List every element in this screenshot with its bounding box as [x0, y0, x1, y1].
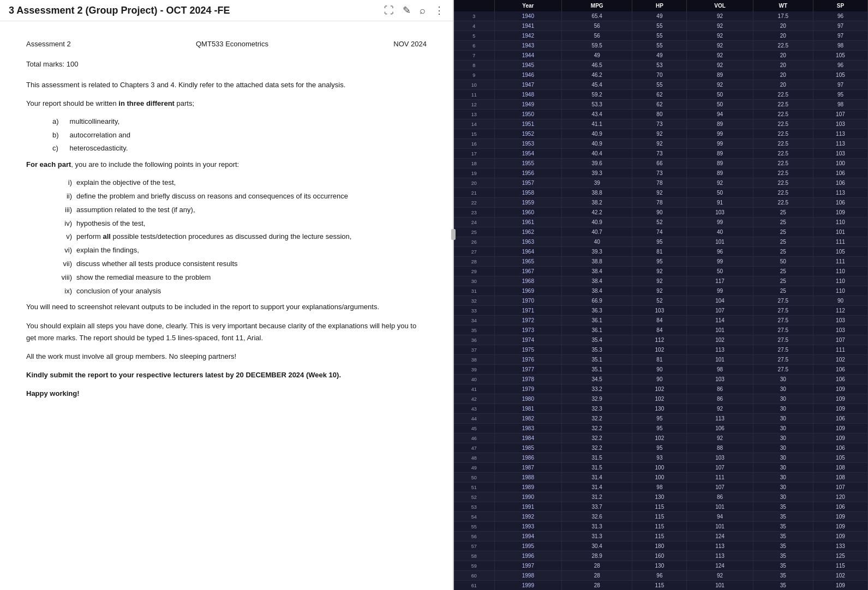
row-num: 35 [454, 326, 494, 335]
cell-value: 22.5 [753, 100, 813, 110]
table-row: 54199232.61159435109 [454, 512, 868, 522]
row-num: 54 [454, 512, 494, 522]
cell-value: 43.4 [562, 110, 632, 119]
cell-value: 22.5 [753, 168, 813, 178]
cell-year: 1970 [494, 296, 561, 306]
cell-year: 1981 [494, 404, 561, 414]
table-row: 8194546.553922096 [454, 61, 868, 70]
cell-value: 35 [753, 571, 813, 581]
cell-year: 1950 [494, 110, 561, 119]
meta-course: QMT533 Econometrics [196, 39, 268, 50]
row-num: 13 [454, 110, 494, 119]
cell-value: 27.5 [753, 365, 813, 375]
col-header-sp: SP [813, 0, 867, 11]
cell-year: 1982 [494, 414, 561, 424]
cell-value: 110 [813, 267, 867, 276]
cell-value: 50 [753, 257, 813, 267]
table-row: 50198831.410011130108 [454, 473, 868, 483]
cell-value: 95 [632, 443, 687, 453]
cell-value: 92 [687, 404, 753, 414]
cell-value: 39.6 [562, 159, 632, 168]
row-num: 31 [454, 286, 494, 296]
search-icon[interactable]: ⌕ [420, 5, 426, 16]
table-header-row: Year MPG HP VOL WT SP [454, 0, 868, 11]
para-intro: This assessment is related to Chapters 3… [26, 79, 427, 91]
cell-year: 1972 [494, 316, 561, 326]
cell-value: 35 [753, 502, 813, 512]
cell-year: 1957 [494, 178, 561, 188]
cell-value: 115 [632, 532, 687, 541]
row-num: 47 [454, 443, 494, 453]
table-row: 36197435.411210227.5107 [454, 335, 868, 345]
cell-value: 73 [632, 119, 687, 129]
cell-value: 89 [687, 70, 753, 80]
row-num: 29 [454, 267, 494, 276]
edit-icon[interactable]: ✎ [403, 4, 411, 16]
submit-bold: Kindly submit the report to your respect… [26, 371, 341, 379]
cell-value: 84 [632, 326, 687, 335]
cell-value: 36.3 [562, 306, 632, 316]
table-row: 60199828969235102 [454, 571, 868, 581]
row-num: 12 [454, 100, 494, 110]
expand-icon[interactable]: ⛶ [384, 5, 394, 16]
table-row: 15195240.9929922.5113 [454, 129, 868, 139]
table-row: 45198332.29510630109 [454, 424, 868, 434]
roman-item-iv: iv)hypothesis of the test, [57, 218, 427, 230]
table-row: 33197136.310310727.5112 [454, 306, 868, 316]
cell-value: 180 [632, 541, 687, 551]
cell-value: 103 [687, 208, 753, 218]
cell-value: 53 [632, 61, 687, 70]
cell-year: 1946 [494, 70, 561, 80]
cell-value: 52 [632, 218, 687, 227]
row-num: 49 [454, 463, 494, 473]
cell-value: 107 [813, 110, 867, 119]
cell-value: 35 [753, 581, 813, 591]
cell-value: 50 [687, 90, 753, 100]
row-num: 25 [454, 227, 494, 237]
cell-value: 30 [753, 434, 813, 443]
cell-value: 30 [753, 404, 813, 414]
cell-year: 1968 [494, 276, 561, 286]
panel-divider [453, 0, 454, 590]
cell-value: 32.3 [562, 404, 632, 414]
row-num: 32 [454, 296, 494, 306]
cell-year: 1967 [494, 267, 561, 276]
cell-value: 130 [632, 404, 687, 414]
para-screenshot: You will need to screenshot relevant out… [26, 301, 427, 313]
table-row: 11194859.2625022.595 [454, 90, 868, 100]
roman-item-vi: vi)explain the findings, [57, 245, 427, 256]
cell-value: 35 [753, 541, 813, 551]
cell-value: 20 [753, 21, 813, 31]
cell-value: 35.1 [562, 355, 632, 365]
table-row: 24196140.9529925110 [454, 218, 868, 227]
table-row: 52199031.21308630120 [454, 492, 868, 502]
cell-value: 98 [687, 365, 753, 375]
cell-value: 95 [632, 237, 687, 247]
table-row: 53199133.711510135106 [454, 502, 868, 512]
cell-value: 49 [632, 11, 687, 21]
table-row: 13195043.4809422.5107 [454, 110, 868, 119]
cell-value: 105 [813, 247, 867, 257]
cell-year: 1988 [494, 473, 561, 483]
table-row: 38197635.18110127.5102 [454, 355, 868, 365]
row-num: 60 [454, 571, 494, 581]
cell-year: 1989 [494, 483, 561, 492]
data-panel[interactable]: Year MPG HP VOL WT SP 3194065.4499217.59… [454, 0, 868, 590]
row-num: 56 [454, 532, 494, 541]
title-text: 3 Assessment 2 (Group Project) - OCT 202… [9, 5, 230, 16]
cell-value: 38.4 [562, 267, 632, 276]
cell-value: 22.5 [753, 159, 813, 168]
more-icon[interactable]: ⋮ [434, 4, 444, 16]
cell-value: 125 [813, 551, 867, 561]
cell-year: 1943 [494, 41, 561, 51]
cell-value: 98 [813, 100, 867, 110]
cell-value: 27.5 [753, 345, 813, 355]
cell-value: 108 [813, 463, 867, 473]
table-row: 14195141.1738922.5103 [454, 119, 868, 129]
cell-value: 102 [813, 571, 867, 581]
cell-value: 25 [753, 218, 813, 227]
cell-value: 49 [632, 51, 687, 61]
row-num: 38 [454, 355, 494, 365]
table-row: 21195838.8925022.5113 [454, 188, 868, 198]
cell-year: 1996 [494, 551, 561, 561]
